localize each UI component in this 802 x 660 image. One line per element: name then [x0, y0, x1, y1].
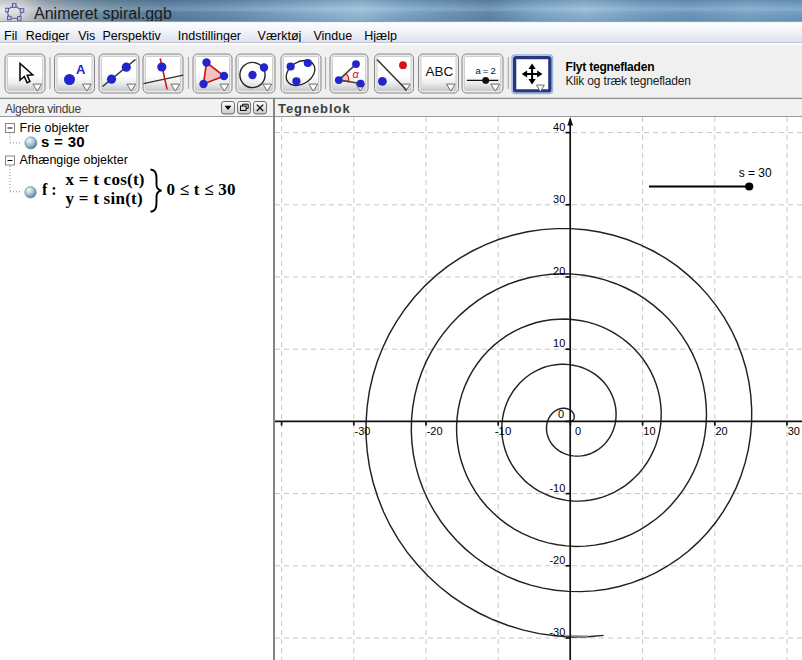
svg-text:10: 10: [553, 337, 565, 349]
svg-text:-20: -20: [427, 425, 443, 437]
svg-text:10: 10: [643, 425, 655, 437]
svg-text:-10: -10: [495, 425, 512, 437]
svg-text:-30: -30: [549, 626, 565, 638]
svg-text:30: 30: [788, 425, 800, 437]
svg-text:a = 2: a = 2: [476, 65, 496, 76]
svg-text:α: α: [353, 68, 360, 80]
svg-text:A: A: [76, 62, 86, 77]
svg-text:s = 30: s = 30: [739, 166, 772, 180]
svg-text:0: 0: [558, 408, 564, 420]
svg-text:40: 40: [553, 121, 565, 133]
svg-text:30: 30: [553, 193, 565, 205]
svg-text:0: 0: [575, 425, 581, 437]
svg-text:ABC: ABC: [426, 64, 454, 79]
svg-text:20: 20: [553, 265, 565, 277]
svg-text:-10: -10: [549, 482, 565, 494]
svg-text:-20: -20: [549, 554, 565, 566]
svg-text:-30: -30: [355, 425, 371, 437]
svg-text:20: 20: [716, 425, 728, 437]
